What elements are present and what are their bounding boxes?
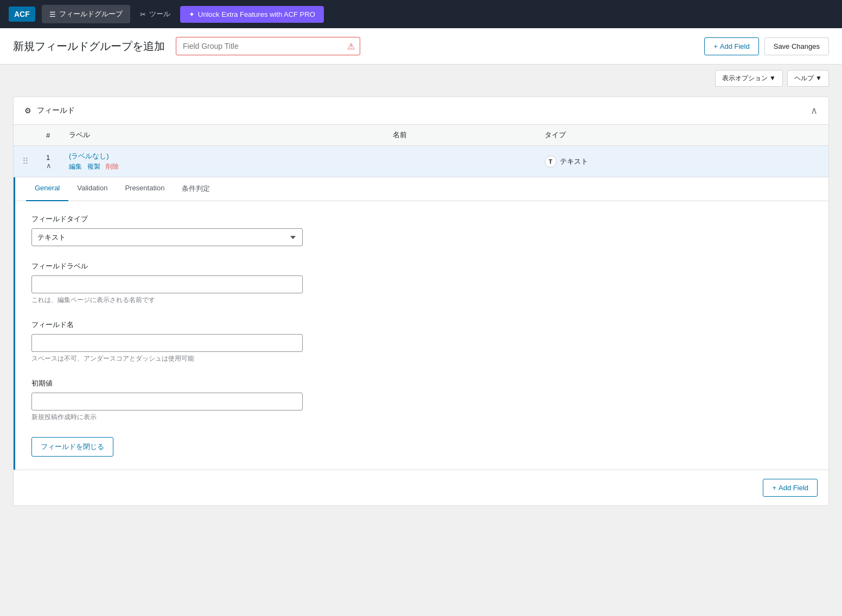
field-group-title-input[interactable] xyxy=(176,37,360,55)
table-header: # ラベル 名前 タイプ xyxy=(14,125,828,146)
top-navigation: ACF ☰ フィールドグループ ✂ ツール ✦ Unlock Extra Fea… xyxy=(0,0,842,28)
table-row: ⠿ 1 ∧ (ラベルなし) 編集 複製 削除 xyxy=(14,146,828,177)
tab-validation[interactable]: Validation xyxy=(68,177,116,201)
field-label-form-label: フィールドラベル xyxy=(31,261,812,271)
panel-header-left: ⚙ フィールド xyxy=(24,106,75,116)
field-name-hint: スペースは不可、アンダースコアとダッシュは使用可能 xyxy=(31,354,812,363)
display-options-button[interactable]: 表示オプション ▼ xyxy=(715,70,783,87)
col-label: ラベル xyxy=(60,125,384,146)
field-name-input[interactable] xyxy=(31,334,303,352)
acf-logo: ACF xyxy=(9,7,35,22)
header-actions: + Add Field Save Changes xyxy=(704,37,829,55)
field-label-group: (ラベルなし) 編集 複製 削除 xyxy=(69,151,375,171)
field-edit-area: General Validation Presentation 条件判定 フィー… xyxy=(14,177,828,470)
nav-tools[interactable]: ✂ ツール xyxy=(132,5,178,23)
drag-cell: ⠿ xyxy=(14,146,37,177)
table-body: ⠿ 1 ∧ (ラベルなし) 編集 複製 削除 xyxy=(14,146,828,177)
fields-panel: ⚙ フィールド ∧ # ラベル 名前 タイプ ⠿ xyxy=(13,97,829,506)
title-input-wrapper: ⚠ xyxy=(176,37,360,55)
plus-icon-footer: + xyxy=(772,484,776,492)
field-label-group: フィールドラベル これは、編集ページに表示される名前です xyxy=(31,261,812,305)
field-duplicate-link[interactable]: 複製 xyxy=(87,162,100,171)
add-field-button-header[interactable]: + Add Field xyxy=(704,37,759,55)
default-value-input[interactable] xyxy=(31,393,303,410)
field-type-cell: T テキスト xyxy=(536,146,828,177)
tab-presentation[interactable]: Presentation xyxy=(116,177,173,201)
col-num: # xyxy=(37,125,60,146)
nav-field-groups[interactable]: ☰ フィールドグループ xyxy=(42,5,130,23)
label-cell: (ラベルなし) 編集 複製 削除 xyxy=(60,146,384,177)
field-label-hint: これは、編集ページに表示される名前です xyxy=(31,296,812,305)
save-changes-button[interactable]: Save Changes xyxy=(764,37,829,55)
field-collapse-icon[interactable]: ∧ xyxy=(46,162,52,170)
warning-icon: ⚠ xyxy=(347,41,355,52)
panel-header: ⚙ フィールド ∧ xyxy=(14,97,828,125)
field-type-select-wrapper: テキスト xyxy=(31,228,303,246)
tab-conditions[interactable]: 条件判定 xyxy=(173,177,219,201)
panel-footer: + Add Field xyxy=(14,470,828,505)
field-delete-link[interactable]: 削除 xyxy=(106,162,119,171)
page-title: 新規フィールドグループを追加 xyxy=(13,39,165,54)
tab-general[interactable]: General xyxy=(26,177,68,201)
drag-handle[interactable]: ⠿ xyxy=(22,157,29,166)
col-drag xyxy=(14,125,37,146)
field-type-group: フィールドタイプ テキスト xyxy=(31,214,812,246)
col-type: タイプ xyxy=(536,125,828,146)
field-label-input[interactable] xyxy=(31,275,303,293)
field-groups-icon: ☰ xyxy=(49,10,56,18)
field-type-form-label: フィールドタイプ xyxy=(31,214,812,224)
add-field-button-footer[interactable]: + Add Field xyxy=(763,479,818,497)
panel-title: フィールド xyxy=(37,106,75,116)
field-edit-link[interactable]: 編集 xyxy=(69,162,82,171)
plus-icon: + xyxy=(713,42,718,50)
type-icon: T xyxy=(545,156,557,168)
field-type-select[interactable]: テキスト xyxy=(31,228,303,246)
star-icon: ✦ xyxy=(189,10,195,18)
num-cell: 1 ∧ xyxy=(37,146,60,177)
fields-table: # ラベル 名前 タイプ ⠿ 1 ∧ ( xyxy=(14,125,828,177)
field-name-cell xyxy=(384,146,535,177)
page-header: 新規フィールドグループを追加 ⚠ + Add Field Save Change… xyxy=(0,28,842,65)
unlock-pro-button[interactable]: ✦ Unlock Extra Features with ACF PRO xyxy=(180,6,324,23)
field-type-label: テキスト xyxy=(560,157,588,166)
field-edit-body: フィールドタイプ テキスト フィールドラベル これは、編集ページに表示される名前… xyxy=(15,201,828,470)
main-content: ⚙ フィールド ∧ # ラベル 名前 タイプ ⠿ xyxy=(0,97,842,519)
default-value-hint: 新規投稿作成時に表示 xyxy=(31,413,812,422)
field-type-badge: T テキスト xyxy=(545,156,820,168)
field-edit-tabs: General Validation Presentation 条件判定 xyxy=(15,177,828,201)
tools-icon: ✂ xyxy=(140,10,146,18)
field-number: 1 xyxy=(46,153,50,162)
field-action-links: 編集 複製 削除 xyxy=(69,162,375,171)
col-name: 名前 xyxy=(384,125,535,146)
field-label: (ラベルなし) xyxy=(69,151,375,161)
field-name-form-label: フィールド名 xyxy=(31,320,812,330)
close-field-button[interactable]: フィールドを閉じる xyxy=(31,437,113,457)
field-name-group: フィールド名 スペースは不可、アンダースコアとダッシュは使用可能 xyxy=(31,320,812,363)
help-button[interactable]: ヘルプ ▼ xyxy=(787,70,829,87)
sub-header: 表示オプション ▼ ヘルプ ▼ xyxy=(0,65,842,92)
panel-collapse-button[interactable]: ∧ xyxy=(811,105,818,117)
gear-icon: ⚙ xyxy=(24,106,31,115)
default-value-form-label: 初期値 xyxy=(31,378,812,388)
default-value-group: 初期値 新規投稿作成時に表示 xyxy=(31,378,812,422)
